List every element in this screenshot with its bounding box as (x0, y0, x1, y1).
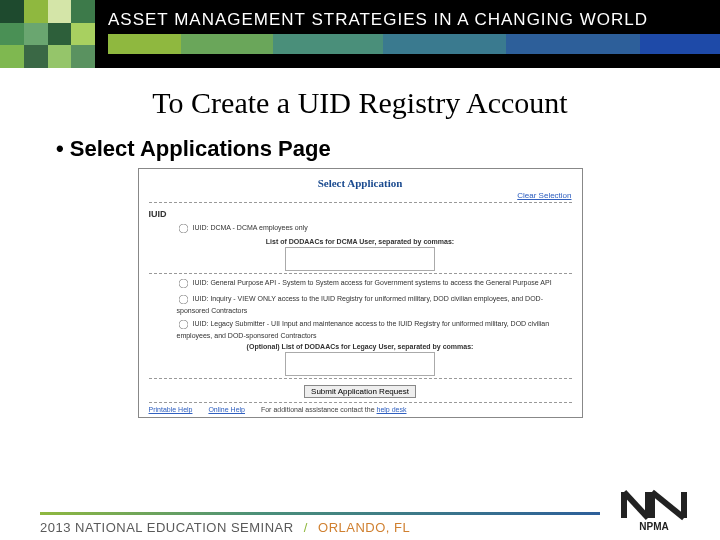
legacy-dodaac-textarea[interactable] (285, 352, 435, 376)
header-title: ASSET MANAGEMENT STRATEGIES IN A CHANGIN… (108, 10, 648, 30)
slide-bullet: Select Applications Page (56, 136, 720, 162)
divider (149, 273, 572, 274)
embedded-screenshot: Select Application Clear Selection IUID … (138, 168, 583, 418)
radio-label: IUID: Legacy Submitter - UII Input and m… (177, 320, 550, 339)
footer-stripe (40, 512, 600, 515)
radio-label: IUID: Inquiry - VIEW ONLY access to the … (177, 295, 544, 314)
help-desk-link[interactable]: help desk (377, 406, 407, 413)
clear-selection-link[interactable]: Clear Selection (149, 191, 572, 200)
printable-help-link[interactable]: Printable Help (149, 406, 193, 413)
divider (149, 202, 572, 203)
header-mosaic (0, 0, 95, 68)
help-assist-text: For additional assistance contact the (261, 406, 377, 413)
submit-button[interactable]: Submit Application Request (304, 385, 416, 398)
footer-text: 2013 NATIONAL EDUCATION SEMINAR / ORLAND… (40, 520, 410, 535)
radio-input[interactable] (178, 279, 188, 289)
dcma-list-label: List of DODAACs for DCMA User, separated… (149, 238, 572, 245)
radio-label: IUID: DCMA - DCMA employees only (193, 224, 308, 231)
header-bar: ASSET MANAGEMENT STRATEGIES IN A CHANGIN… (0, 0, 720, 68)
radio-label: IUID: General Purpose API - System to Sy… (193, 279, 552, 286)
section-label: IUID (149, 209, 167, 219)
radio-input[interactable] (178, 224, 188, 234)
radio-option-legacy[interactable]: IUID: Legacy Submitter - UII Input and m… (177, 318, 572, 340)
radio-option-inquiry[interactable]: IUID: Inquiry - VIEW ONLY access to the … (177, 293, 572, 315)
logo-text: NPMA (639, 521, 668, 532)
dcma-dodaac-textarea[interactable] (285, 247, 435, 271)
footer-separator: / (304, 520, 308, 535)
npma-logo: NPMA (618, 488, 690, 532)
footer: 2013 NATIONAL EDUCATION SEMINAR / ORLAND… (0, 484, 720, 540)
svg-line-1 (624, 492, 648, 518)
radio-option-api[interactable]: IUID: General Purpose API - System to Sy… (177, 277, 572, 290)
online-help-link[interactable]: Online Help (208, 406, 245, 413)
legacy-list-label: (Optional) List of DODAACs for Legacy Us… (149, 343, 572, 350)
radio-input[interactable] (178, 295, 188, 305)
radio-option-dcma[interactable]: IUID: DCMA - DCMA employees only (177, 222, 572, 235)
app-screenshot-title: Select Application (149, 177, 572, 189)
help-bar: Printable Help Online Help For additiona… (149, 402, 572, 413)
divider (149, 378, 572, 379)
footer-location: ORLANDO, FL (318, 520, 410, 535)
header-stripe (108, 34, 720, 54)
svg-line-3 (652, 492, 684, 518)
radio-input[interactable] (178, 320, 188, 330)
footer-event: 2013 NATIONAL EDUCATION SEMINAR (40, 520, 294, 535)
slide-title: To Create a UID Registry Account (0, 86, 720, 120)
